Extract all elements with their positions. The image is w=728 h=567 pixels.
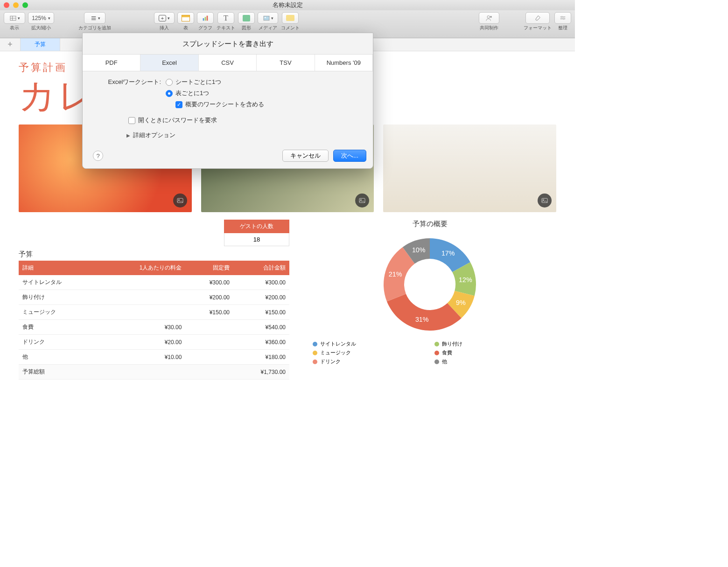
insert-button[interactable]: +▾ (154, 12, 175, 24)
budget-table[interactable]: 詳細1人あたりの料金固定費合計金額 サイトレンタル¥300.00¥300.00飾… (19, 261, 289, 380)
view-label: 表示 (10, 25, 19, 31)
svg-text:10%: 10% (412, 246, 426, 254)
svg-text:9%: 9% (456, 299, 466, 306)
triangle-right-icon: ▶ (126, 133, 130, 138)
checkbox-require-password[interactable] (128, 117, 135, 124)
legend-item: 他 (434, 358, 547, 365)
text-button[interactable]: T (217, 12, 234, 24)
table-row[interactable]: ドリンク¥20.00¥360.00 (19, 335, 289, 350)
advanced-disclosure[interactable]: ▶ 詳細オプション (126, 131, 362, 139)
sliders-icon (559, 14, 567, 22)
table-header: 1人あたりの料金 (99, 261, 185, 275)
table-row[interactable]: 他¥10.00¥180.00 (19, 350, 289, 365)
svg-text:21%: 21% (389, 270, 402, 278)
table-button[interactable] (177, 12, 194, 24)
svg-text:17%: 17% (441, 249, 455, 257)
window-title: 名称未設定 (0, 1, 575, 9)
brush-icon (534, 14, 541, 22)
svg-rect-9 (264, 16, 269, 20)
square-icon (243, 15, 250, 21)
guest-count-box: ゲストの人数 18 (224, 220, 289, 246)
legend-item: ドリンク (313, 358, 425, 365)
legend-item: ミュージック (313, 349, 425, 356)
svg-text:+: + (490, 16, 491, 18)
dialog-title: スプレッドシートを書き出す (83, 33, 373, 54)
image-icon[interactable] (538, 194, 552, 207)
donut-slice[interactable] (387, 294, 462, 331)
format-tab-numbers09[interactable]: Numbers '09 (315, 55, 373, 71)
zoom-button[interactable]: 125%▾ (28, 12, 54, 24)
svg-point-11 (487, 15, 490, 18)
svg-text:31%: 31% (415, 316, 429, 323)
table-row[interactable]: 飾り付け¥200.00¥200.00 (19, 290, 289, 305)
table-header: 固定費 (185, 261, 233, 275)
table-row[interactable]: 食費¥30.00¥540.00 (19, 320, 289, 335)
guest-value[interactable]: 18 (224, 233, 289, 246)
export-dialog: スプレッドシートを書き出す PDFExcelCSVTSVNumbers '09 … (82, 33, 373, 169)
sheet-tab-budget[interactable]: 予算 (21, 38, 60, 51)
budget-title: 予算 (19, 250, 289, 259)
person-add-icon: + (485, 14, 493, 22)
checkbox-include-summary[interactable]: ✓ (175, 101, 182, 108)
image-placeholder[interactable] (383, 124, 556, 212)
table-header: 詳細 (19, 261, 99, 275)
comment-button[interactable] (282, 12, 299, 24)
svg-text:12%: 12% (459, 276, 472, 284)
svg-point-17 (563, 18, 565, 20)
comment-icon (286, 15, 294, 21)
svg-rect-6 (203, 18, 204, 21)
zoom-label: 拡大/縮小 (31, 25, 51, 31)
legend-item: 飾り付け (434, 340, 547, 347)
image-icon[interactable] (173, 194, 187, 207)
svg-rect-8 (207, 15, 208, 21)
table-row[interactable]: ミュージック¥150.00¥150.00 (19, 305, 289, 320)
view-button[interactable]: ▾ (4, 12, 25, 24)
chart-legend: サイトレンタル飾り付けミュージック食費ドリンク他 (303, 340, 556, 365)
legend-item: 食費 (434, 349, 547, 356)
cancel-button[interactable]: キャンセル (282, 150, 329, 162)
svg-rect-7 (205, 17, 206, 21)
donut-chart[interactable]: 17%12%9%31%21%10% (378, 233, 481, 336)
chart-title: 予算の概要 (303, 220, 556, 228)
svg-point-10 (265, 17, 266, 18)
list-icon (90, 14, 97, 22)
bar-chart-icon (202, 14, 209, 22)
format-tab-pdf[interactable]: PDF (83, 55, 140, 71)
titlebar: 名称未設定 (0, 0, 575, 10)
grid-icon (9, 14, 17, 22)
format-tab-csv[interactable]: CSV (199, 55, 257, 71)
category-button[interactable]: ▾ (84, 12, 105, 24)
image-icon[interactable] (355, 194, 369, 207)
media-button[interactable]: ▾ (258, 12, 278, 24)
table-header: 合計金額 (233, 261, 289, 275)
guest-label: ゲストの人数 (224, 220, 289, 233)
svg-point-16 (561, 16, 563, 18)
image-icon (263, 14, 270, 22)
worksheet-label: Excelワークシート: (94, 78, 166, 86)
collaborate-button[interactable]: + (479, 12, 499, 24)
chart-button[interactable] (197, 12, 214, 24)
help-button[interactable]: ? (93, 151, 103, 161)
category-label: カテゴリを追加 (78, 25, 111, 31)
add-sheet-button[interactable]: + (0, 38, 21, 51)
table-total-row: 予算総額¥1,730.00 (19, 365, 289, 380)
format-tabs: PDFExcelCSVTSVNumbers '09 (83, 54, 373, 71)
organize-button[interactable] (554, 12, 571, 24)
table-icon (182, 15, 190, 21)
table-row[interactable]: サイトレンタル¥300.00¥300.00 (19, 275, 289, 290)
format-tab-tsv[interactable]: TSV (257, 55, 315, 71)
shape-button[interactable] (238, 12, 255, 24)
radio-per-table[interactable] (166, 90, 173, 97)
text-icon: T (224, 14, 228, 22)
format-button[interactable] (525, 12, 550, 24)
radio-per-sheet[interactable] (166, 79, 173, 86)
legend-item: サイトレンタル (313, 340, 425, 347)
next-button[interactable]: 次へ... (333, 150, 366, 162)
format-tab-excel[interactable]: Excel (140, 55, 198, 71)
